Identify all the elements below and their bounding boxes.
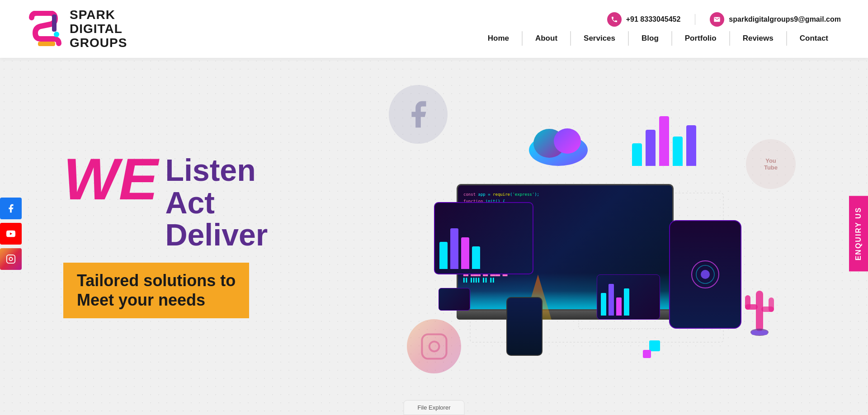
nav-reviews[interactable]: Reviews	[730, 31, 787, 46]
hero-left: WE Listen Act Deliver Tailored solutions…	[36, 150, 353, 318]
contact-bar: +91 8333045452 sparkdigitalgroups9@gmail…	[607, 12, 841, 27]
header: SPARK DIGITAL GROUPS +91 8333045452 spar…	[0, 0, 868, 58]
header-right: +91 8333045452 sparkdigitalgroups9@gmail…	[475, 12, 841, 46]
social-sidebar	[0, 198, 22, 270]
logo-text-block: SPARK DIGITAL GROUPS	[70, 8, 127, 50]
enquiry-sidebar[interactable]: ENQUIRY US	[849, 196, 868, 272]
tagline-text: Tailored solutions to Meet your needs	[77, 271, 236, 310]
bar-1	[632, 143, 642, 166]
device-mini	[439, 288, 470, 311]
we-line: WE Listen Act Deliver	[63, 150, 353, 251]
svg-rect-1	[52, 14, 57, 32]
taskbar-label: File Explorer	[418, 404, 451, 411]
bar-3	[659, 116, 669, 166]
bar-2	[646, 130, 656, 166]
phone-number: +91 8333045452	[626, 15, 681, 24]
email-address: sparkdigitalgroups9@gmail.com	[729, 15, 841, 24]
phone-contact[interactable]: +91 8333045452	[607, 12, 681, 27]
svg-rect-4	[7, 255, 15, 263]
email-contact[interactable]: sparkdigitalgroups9@gmail.com	[710, 12, 841, 27]
bar-chart	[632, 112, 696, 166]
chart-bar-2	[609, 284, 614, 316]
youtube-button[interactable]	[0, 223, 22, 245]
nav-portfolio[interactable]: Portfolio	[672, 31, 730, 46]
nav-blog[interactable]: Blog	[629, 31, 672, 46]
floating-yt-icon: You Tube	[746, 139, 796, 189]
device-tablet	[434, 202, 533, 274]
logo-name: SPARK DIGITAL GROUPS	[70, 8, 127, 50]
listen-text: Listen	[165, 154, 268, 186]
logo-icon	[27, 11, 63, 47]
instagram-button[interactable]	[0, 248, 22, 270]
nav-contact[interactable]: Contact	[787, 31, 841, 46]
hero-section: WE Listen Act Deliver Tailored solutions…	[0, 58, 868, 410]
contact-divider	[695, 14, 695, 25]
cloud-decoration	[524, 116, 592, 168]
tech-illustration: const app = require('express'); function…	[434, 103, 750, 365]
svg-rect-21	[745, 295, 750, 310]
svg-point-18	[701, 270, 710, 279]
mini-block-1	[649, 340, 660, 351]
we-text: WE	[63, 150, 158, 208]
bar-4	[673, 137, 683, 166]
email-icon	[710, 12, 724, 27]
taskbar: File Explorer	[404, 400, 465, 415]
svg-rect-25	[751, 330, 768, 335]
listen-act-deliver: Listen Act Deliver	[165, 150, 268, 251]
logo-area: SPARK DIGITAL GROUPS	[27, 8, 127, 50]
cactus-decoration	[741, 282, 778, 338]
chart-bar-1	[601, 293, 606, 316]
svg-rect-23	[769, 297, 774, 312]
svg-rect-0	[38, 42, 55, 46]
chart-bar-3	[616, 297, 622, 316]
nav-home[interactable]: Home	[475, 31, 523, 46]
chart-bar-4	[624, 288, 629, 316]
deliver-text: Deliver	[165, 219, 268, 251]
mini-block-2	[643, 350, 651, 358]
act-text: Act	[165, 187, 268, 219]
device-chart	[597, 274, 660, 320]
nav-bar: Home About Services Blog Portfolio Revie…	[475, 31, 841, 46]
nav-services[interactable]: Services	[571, 31, 629, 46]
bar-5	[686, 125, 696, 166]
tagline-box: Tailored solutions to Meet your needs	[63, 263, 249, 318]
nav-about[interactable]: About	[523, 31, 571, 46]
svg-point-15	[554, 128, 581, 154]
svg-point-2	[54, 32, 59, 37]
device-phone-1	[669, 220, 741, 329]
phone-icon	[607, 12, 622, 27]
hero-right: You Tube	[353, 58, 832, 410]
device-small-phone	[506, 297, 542, 356]
facebook-button[interactable]	[0, 198, 22, 219]
